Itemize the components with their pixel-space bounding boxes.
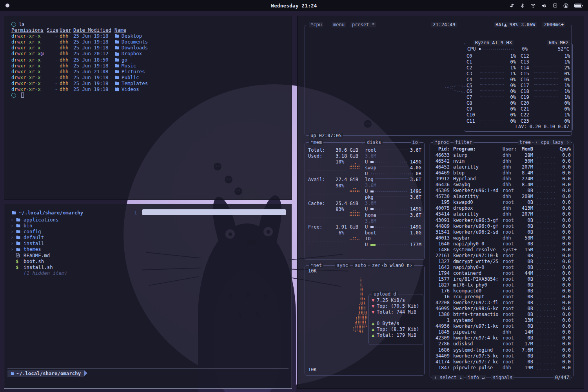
process-row[interactable]: 46452alacrittydhh207M⡀⡀⡀⡀⡀⡀0.0 xyxy=(432,164,571,170)
process-row[interactable]: 46633slurpdhh28M⡀⡀⡀⡀⡀⡀0.0 xyxy=(432,152,571,158)
disk-used-label: U xyxy=(365,159,370,165)
net-auto-button[interactable]: auto xyxy=(353,263,368,268)
signals-button[interactable]: signals xyxy=(491,375,514,380)
process-row[interactable]: 1380btrfs-transactioroot0B⡀⡀⡀⡀⡀⡀0.0 xyxy=(432,312,571,318)
core-percent: 0% xyxy=(506,89,516,94)
process-row[interactable]: 1686systemd-logindroot7.6M⡀⡀⡀⡀⡀⡀0.0 xyxy=(432,347,571,353)
process-row[interactable]: 40013waybardhh58M⡀⡀⡀⡀⡀⡀0.0 xyxy=(432,235,571,241)
sort-mode[interactable]: ‹ cpu lazy › xyxy=(534,140,571,145)
process-name: udisksd xyxy=(453,341,503,347)
process-row[interactable]: 46542nvimdhh30M⡀⡀⡀⡀⡀⡀0.0 xyxy=(432,158,571,164)
process-row[interactable]: 45305kworker/u96:1-sdroot0B⡀⡀⡀⡀⡀⡀0.0 xyxy=(432,188,571,194)
file-item[interactable]: ›themes xyxy=(11,246,67,252)
file-item[interactable]: README.md xyxy=(11,252,67,258)
disk-name: swap xyxy=(365,165,376,171)
process-row[interactable]: 44889kworker/u96:0-gfroot0B⡀⡀⡀⡀⡀⡀0.0 xyxy=(432,223,571,229)
process-row[interactable]: 42309kworker/u97:4-kcroot0B⡀⡀⡀⡀⡀⡀0.0 xyxy=(432,335,571,341)
process-cpu: 0.0 xyxy=(555,235,571,241)
process-row[interactable]: 1642napi/phy0-0root0B⡀⡀⡀⡀⡀⡀0.0 xyxy=(432,265,571,270)
process-row[interactable]: 1827mt76-tx phy0root0B⡀⡀⡀⡀⡀⡀0.0 xyxy=(432,282,571,288)
file-item[interactable]: $install.sh xyxy=(11,264,67,270)
menu-button[interactable]: menu xyxy=(332,22,346,27)
file-item[interactable]: ›install xyxy=(11,240,67,246)
prompt-input-line[interactable]: → xyxy=(11,92,286,98)
process-cpu-graph: ⡀⡀⡀⡀⡀⡀ xyxy=(536,253,555,259)
process-row[interactable]: 41174kworker/u97:7-kcroot0B⡀⡀⡀⡀⡀⡀0.0 xyxy=(432,359,571,365)
header-pid[interactable]: Pid: xyxy=(432,146,450,152)
updates-icon[interactable] xyxy=(510,3,514,8)
process-row[interactable]: 1577irq/81-PIXA3854:root0B⡀⡀⡀⡀⡀⡀0.0 xyxy=(432,276,571,282)
process-name: napi/phy0-0 xyxy=(453,241,503,247)
header-cpu[interactable]: Cpu% xyxy=(555,146,571,152)
volume-icon[interactable] xyxy=(542,4,547,8)
process-row[interactable]: 1847pipewire-pulsedhh19M⡀⡀⡀⡀⡀⡀0.0 xyxy=(432,365,571,371)
terminal-window[interactable]: → ls Permissions Size User Date Modified… xyxy=(4,16,292,200)
header-program[interactable]: Program: xyxy=(453,146,503,152)
file-item[interactable]: ›config xyxy=(11,229,67,234)
process-row[interactable]: 1327dmcrypt_write/25root0B⡀⡀⡀⡀⡀⡀0.0 xyxy=(432,259,571,265)
process-row[interactable]: 44956kworker/u97:1-kcroot0B⡀⡀⡀⡀⡀⡀0.0 xyxy=(432,323,571,329)
process-row[interactable]: 1640napi/phy0-0root0B⡀⡀⡀⡀⡀⡀0.0 xyxy=(432,241,571,247)
header-user[interactable]: User: xyxy=(503,146,520,152)
process-row[interactable]: 1794containerdroot44M⡀⡀⡀⡀⡀⡀0.0 xyxy=(432,270,571,276)
tree-button[interactable]: tree xyxy=(518,140,532,145)
info-button[interactable]: info ↵ xyxy=(466,375,486,380)
process-row[interactable]: 34409kworker/u97:5-kcroot0B⡀⡀⡀⡀⡀⡀0.0 xyxy=(432,353,571,359)
process-row[interactable]: 39912Hyprlanddhh274M⡀⡀⡀⡀⡀⡀0.0 xyxy=(432,176,571,182)
upload-label[interactable]: upload d xyxy=(372,291,398,297)
file-item[interactable]: $boot.sh xyxy=(11,258,67,264)
file-name: Documents xyxy=(114,39,148,45)
preset-button[interactable]: preset * xyxy=(350,22,376,27)
file-size: - xyxy=(44,33,58,39)
mem-label: Free: xyxy=(308,224,322,230)
process-row[interactable]: 1845pipewiredhh14M⡀⡀⡀⡀⡀⡀0.0 xyxy=(432,329,571,335)
tab-mem[interactable]: *mem xyxy=(309,140,323,145)
process-row[interactable]: 46436swaybgdhh8.4M⡀⡀⡀⡀⡀⡀0.0 xyxy=(432,182,571,188)
process-row[interactable]: 195kswapd0root0B⡀⡀⡀⡀⡀⡀0.0 xyxy=(432,200,571,205)
process-row[interactable]: 42208kworker/u97:3-flroot0B⡀⡀⡀⡀⡀⡀0.0 xyxy=(432,300,571,306)
process-row[interactable]: 1486systemd-resolvesyst+15M⡀⡀⡀⡀⡀⡀0.0 xyxy=(432,247,571,253)
disk-line: U149G xyxy=(365,224,421,230)
tab-net[interactable]: *net xyxy=(309,263,323,268)
process-row[interactable]: 176kcompactd0root0B⡀⡀⡀⡀⡀⡀0.0 xyxy=(432,288,571,294)
file-item[interactable]: ›default xyxy=(11,234,67,240)
io-label[interactable]: io xyxy=(411,140,419,145)
disk-io-value: 3.6M xyxy=(365,153,376,159)
process-row[interactable]: 46095kworker/u98:6-kcroot0B⡀⡀⡀⡀⡀⡀0.0 xyxy=(432,306,571,312)
bluetooth-icon[interactable] xyxy=(520,3,524,8)
prompt-icon: → xyxy=(11,93,16,98)
process-row[interactable]: 1systemdroot13M⡀⡀⡀⡀⡀⡀0.0 xyxy=(432,318,571,323)
disks-label[interactable]: disks xyxy=(365,140,383,145)
process-pid: 1847 xyxy=(432,365,450,371)
net-sync-button[interactable]: sync xyxy=(335,263,350,268)
process-row[interactable]: 16rcu_preemptroot0B⡀⡀⡀⡀⡀⡀0.0 xyxy=(432,294,571,300)
file-item[interactable]: ›applications xyxy=(11,217,67,223)
user-icon[interactable] xyxy=(563,3,568,8)
tray-app-icon[interactable] xyxy=(553,3,557,8)
update-interval[interactable]: 2000ms+ xyxy=(542,22,565,27)
tab-cpu[interactable]: *cpu xyxy=(309,22,323,27)
net-interface[interactable]: ‹b wlan0 n› xyxy=(380,263,414,268)
preview-highlight-bar[interactable] xyxy=(142,209,286,215)
file-item[interactable]: ›bin xyxy=(11,223,67,229)
filter-button[interactable]: filter xyxy=(454,140,474,145)
tab-proc[interactable]: *proc xyxy=(433,140,450,145)
process-row[interactable]: 31541kworker/u96:2-sdroot0B⡀⡀⡀⡀⡀⡀0.0 xyxy=(432,229,571,235)
process-row[interactable]: 43091kworker/u96:3-gfroot0B⡀⡀⡀⡀⡀⡀0.0 xyxy=(432,218,571,223)
file-manager-window[interactable]: ~/.local/share/omarchy 1 ›applications›b… xyxy=(4,204,292,389)
process-row[interactable]: 22161kworker/u97:10-kroot0B⡀⡀⡀⡀⡀⡀0.0 xyxy=(432,253,571,259)
cpu-core-row: C150% xyxy=(521,71,570,77)
header-memb[interactable]: MemB xyxy=(520,146,533,152)
process-memory: 0B xyxy=(520,259,533,265)
launcher-dot[interactable] xyxy=(5,4,9,7)
process-row[interactable]: 40075dropboxdhh413M⡀⡀⡀⡀⡀⡀0.0 xyxy=(432,205,571,211)
process-row[interactable]: 2786udisksdroot17M⡀⡀⡀⡀⡀⡀0.0 xyxy=(432,341,571,347)
process-user: root xyxy=(503,300,520,306)
process-row[interactable]: 45414alacrittydhh207M⡀⡀⡀⡀⡀⡀0.0 xyxy=(432,211,571,217)
btop-window[interactable]: *cpu menu preset * 21:24:49 BAT▲ 98% 3.0… xyxy=(297,16,584,389)
process-row[interactable]: 46469btopdhh8.4M⡀⡀⡀⡀⡀⡀0.0 xyxy=(432,170,571,176)
wifi-icon[interactable] xyxy=(530,4,536,8)
process-row[interactable]: 45730alacrittydhh208M⡀⡀⡀⡀⡀⡀0.0 xyxy=(432,194,571,200)
battery-icon[interactable] xyxy=(574,4,583,8)
select-hint[interactable]: ↑ select ↓ xyxy=(432,375,464,380)
